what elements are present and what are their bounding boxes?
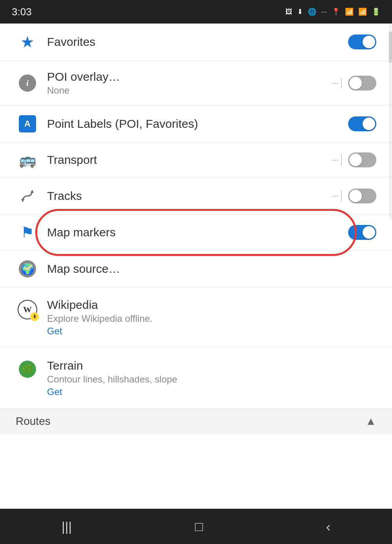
status-time: 3:03 [12,6,32,18]
nav-home-icon[interactable]: □ [195,519,203,534]
item-text-poi: POI overlay… None [39,70,332,96]
list-item-favorites[interactable]: ★ Favorites [0,24,392,61]
tracks-icon [19,187,36,205]
list-item-transport[interactable]: 🚌 Transport ··· [0,142,392,178]
toggle-transport[interactable] [348,152,376,167]
list-item-tracks[interactable]: Tracks ··· [0,178,392,214]
nav-back-icon[interactable]: ‹ [326,519,330,534]
list-item-terrain[interactable]: 🌿 Terrain Contour lines, hillshades, slo… [0,348,392,409]
dots-divider-transport[interactable]: ··· [332,154,342,165]
icon-container-wikipedia: W ⬇ [16,300,39,319]
terrain-icon: 🌿 [19,361,36,378]
icon-container-terrain: 🌿 [16,361,39,378]
toggle-area-tracks: ··· [332,189,376,203]
icon-container-favorites: ★ [16,33,39,51]
item-link-terrain[interactable]: Get [47,386,376,397]
item-text-point-labels: Point Labels (POI, Favorites) [39,117,348,131]
toggle-map-markers[interactable] [348,225,376,240]
toggle-area-favorites [348,34,376,49]
item-subtitle-wikipedia: Explore Wikipedia offline. [47,313,376,324]
list-item-poi-overlay[interactable]: i POI overlay… None ··· [0,61,392,106]
download-icon: ⬇ [297,7,303,16]
map-marker-icon: ⚑ [21,224,34,241]
item-title-point-labels: Point Labels (POI, Favorites) [47,117,348,131]
item-text-map-markers: Map markers [39,226,348,239]
toggle-thumb-tracks [349,190,362,202]
status-icons: 🖼 ⬇ 🌐 ··· 📍 📶 📶 🔋 [285,7,380,16]
toggle-thumb-favorites [363,36,375,48]
icon-container-tracks [16,187,39,205]
item-title-map-markers: Map markers [47,226,348,239]
item-title-poi: POI overlay… [47,70,332,83]
battery-icon: 🔋 [372,7,380,16]
section-header-routes[interactable]: Routes ▲ [0,409,392,434]
wikipedia-icon: W ⬇ [18,300,37,319]
toggle-area-map-markers [348,225,376,240]
item-title-favorites: Favorites [47,35,348,49]
toggle-tracks[interactable] [348,189,376,203]
chevron-up-icon: ▲ [365,415,376,428]
settings-list: ★ Favorites i POI overlay… None ··· [0,24,392,434]
item-link-wikipedia[interactable]: Get [47,326,376,337]
toggle-thumb-poi [349,77,362,89]
item-title-tracks: Tracks [47,189,332,203]
icon-container-poi: i [16,74,39,92]
divider-bar-tracks [341,190,342,201]
toggle-thumb-map-markers [363,226,375,239]
icon-container-map-markers: ⚑ [16,224,39,241]
dots-icon-tracks: ··· [332,191,339,201]
status-bar: 3:03 🖼 ⬇ 🌐 ··· 📍 📶 📶 🔋 [0,0,392,24]
toggle-area-poi: ··· [332,76,376,91]
item-text-wikipedia: Wikipedia Explore Wikipedia offline. Get [39,298,376,337]
icon-container-map-source: 🌍 [16,260,39,277]
list-item-map-markers[interactable]: ⚑ Map markers [0,214,392,251]
wifi-icon: 📶 [345,7,354,16]
item-title-wikipedia: Wikipedia [47,298,376,312]
item-subtitle-terrain: Contour lines, hillshades, slope [47,374,376,385]
wiki-download-badge: ⬇ [30,312,39,321]
signal-icon: 📶 [358,7,367,16]
toggle-thumb-transport [349,154,362,166]
dots-divider-tracks[interactable]: ··· [332,190,342,201]
nav-bar: ||| □ ‹ [0,509,392,544]
section-title-routes: Routes [16,415,51,428]
location-icon: 📍 [332,7,340,16]
icon-container-point-labels: A [16,115,39,132]
star-icon: ★ [20,33,34,51]
item-text-tracks: Tracks [39,189,332,203]
item-title-map-source: Map source… [47,262,376,276]
toggle-point-labels[interactable] [348,116,376,131]
photo-icon: 🖼 [285,8,292,16]
svg-marker-1 [21,199,24,202]
toggle-thumb-point-labels [363,118,375,130]
icon-container-transport: 🚌 [16,152,39,168]
browser-icon: 🌐 [308,7,316,16]
dots-icon-poi: ··· [332,78,339,88]
divider-bar-transport [341,154,342,165]
bus-icon: 🚌 [19,152,36,168]
item-text-favorites: Favorites [39,35,348,49]
label-a-icon: A [19,115,36,132]
info-icon: i [19,74,36,92]
list-item-point-labels[interactable]: A Point Labels (POI, Favorites) [0,106,392,142]
nav-recent-apps-icon[interactable]: ||| [62,519,72,534]
globe-icon: 🌍 [19,260,36,277]
svg-marker-0 [31,190,34,193]
dots-icon-transport: ··· [332,155,339,165]
divider-bar-poi [341,78,342,89]
toggle-area-point-labels [348,116,376,131]
item-text-terrain: Terrain Contour lines, hillshades, slope… [39,359,376,397]
item-text-map-source: Map source… [39,262,376,276]
item-subtitle-poi: None [47,85,332,96]
list-item-map-source[interactable]: 🌍 Map source… [0,251,392,287]
list-item-wikipedia[interactable]: W ⬇ Wikipedia Explore Wikipedia offline.… [0,287,392,348]
more-icon: ··· [321,8,327,16]
toggle-area-transport: ··· [332,152,376,167]
item-text-transport: Transport [39,153,332,167]
toggle-favorites[interactable] [348,34,376,49]
item-title-transport: Transport [47,153,332,167]
dots-divider-poi[interactable]: ··· [332,78,342,89]
item-title-terrain: Terrain [47,359,376,372]
toggle-poi[interactable] [348,76,376,91]
